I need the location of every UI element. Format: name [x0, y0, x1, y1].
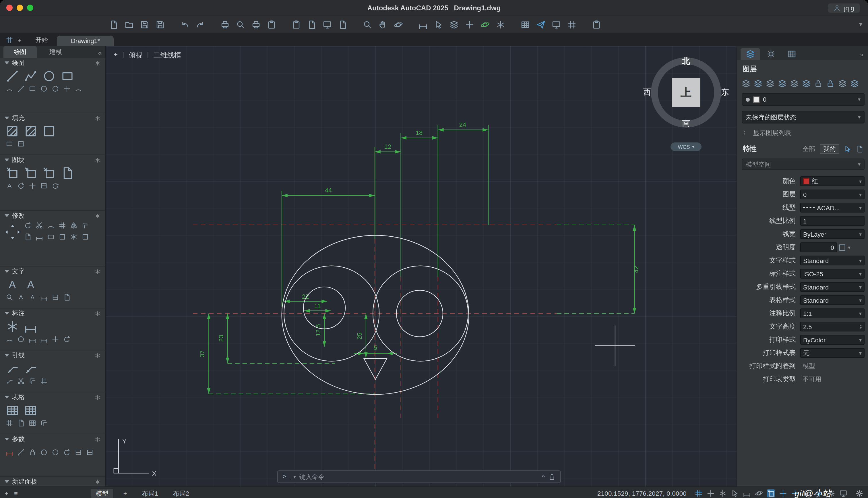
filter-mine-button[interactable]: 我的	[820, 144, 839, 154]
transparency-picker-icon[interactable]	[838, 243, 846, 251]
param-hide-icon[interactable]	[86, 449, 94, 456]
block-update-icon[interactable]	[52, 182, 59, 189]
dim-linear-icon[interactable]	[24, 320, 37, 333]
param-aligned-icon[interactable]	[17, 449, 25, 456]
stretch-icon[interactable]	[36, 233, 43, 241]
toolbar-overflow-caret-icon[interactable]: ▾	[859, 21, 862, 28]
table-link-icon[interactable]	[40, 419, 48, 427]
current-layer-row[interactable]: 0 ▾	[742, 93, 865, 106]
layer-color-swatch[interactable]	[753, 96, 759, 103]
clip-xref-icon[interactable]	[307, 20, 316, 29]
layer-isolate-icon[interactable]	[766, 79, 774, 88]
new-icon[interactable]	[109, 20, 118, 29]
plot-preview-icon[interactable]	[236, 20, 245, 29]
command-input[interactable]: 键入命令	[299, 472, 324, 481]
help-search-field[interactable]: jq g	[828, 3, 860, 12]
layer-list-icon[interactable]	[521, 20, 530, 29]
base-point-icon[interactable]	[29, 182, 36, 189]
lineweight-dropdown[interactable]: ByLayer ▾	[800, 229, 865, 239]
markup-icon[interactable]	[496, 20, 505, 29]
command-history-icon[interactable]: ^	[542, 473, 545, 480]
dim-continue-icon[interactable]	[40, 336, 48, 343]
annotation-scale-dropdown[interactable]: 1:1 ▾	[800, 309, 865, 318]
section-header[interactable]: 文字	[0, 266, 105, 276]
section-header[interactable]: 填充	[0, 113, 105, 123]
spinner-icons[interactable]: ▴▾	[860, 324, 862, 329]
insert-block-icon[interactable]	[6, 167, 19, 180]
show-layer-list-row[interactable]: 〉 显示图层列表	[743, 129, 864, 137]
hatch-icon[interactable]	[6, 124, 19, 138]
zoom-window-icon[interactable]	[363, 20, 372, 29]
zoom-window-button[interactable]	[27, 4, 33, 11]
compass-north[interactable]: 北	[682, 56, 690, 67]
table-data-icon[interactable]	[24, 404, 37, 417]
layer-match-icon[interactable]	[838, 79, 847, 88]
fillet-icon[interactable]	[47, 222, 55, 229]
point-style-icon[interactable]	[465, 20, 474, 29]
section-header[interactable]: 修改	[0, 211, 105, 221]
panel-settings-icon[interactable]	[95, 60, 100, 66]
customize-icon[interactable]	[592, 20, 601, 29]
panel-settings-icon[interactable]	[95, 352, 100, 358]
find-icon[interactable]	[6, 293, 13, 301]
offset-icon[interactable]	[82, 222, 89, 229]
minimize-window-button[interactable]	[17, 4, 23, 11]
param-rotate-icon[interactable]	[63, 449, 71, 456]
text-multi-icon[interactable]	[6, 278, 19, 291]
linetype-dropdown[interactable]: ACAD... ▾	[800, 203, 865, 212]
param-show-icon[interactable]	[74, 449, 82, 456]
dim-angular-icon[interactable]	[6, 336, 13, 343]
panel-settings-icon[interactable]	[95, 115, 100, 121]
visual-style-button[interactable]: 二维线框	[153, 51, 181, 60]
mleader-style-dropdown[interactable]: Standard ▾	[800, 282, 865, 292]
text-scale-icon[interactable]	[40, 293, 48, 301]
island-icon[interactable]	[17, 140, 25, 148]
leader-collect-icon[interactable]	[40, 377, 48, 385]
compass-west[interactable]: 西	[643, 87, 651, 97]
donut-icon[interactable]	[52, 85, 59, 92]
leader-remove-icon[interactable]	[17, 377, 25, 385]
tab-layers-palette[interactable]	[741, 48, 760, 60]
table-export-icon[interactable]	[17, 419, 25, 427]
panel-settings-icon[interactable]	[95, 268, 100, 274]
command-dropdown-caret-icon[interactable]: ▾	[293, 474, 296, 479]
boundary-icon[interactable]	[6, 140, 13, 148]
table-icon[interactable]	[6, 404, 19, 417]
redo-icon[interactable]	[196, 20, 205, 29]
section-header[interactable]: 引线	[0, 350, 105, 360]
viewport-menu-button[interactable]: +	[114, 51, 118, 60]
layer-dropdown[interactable]: 0 ▾	[800, 189, 865, 199]
dropdown-caret-icon[interactable]: ▾	[858, 96, 860, 102]
linetype-scale-input[interactable]: 1	[800, 216, 865, 226]
tab-sheets-palette[interactable]	[782, 48, 801, 60]
layer-freeze-icon[interactable]	[790, 79, 799, 88]
save-icon[interactable]	[140, 20, 149, 29]
grid-icon[interactable]	[695, 489, 703, 497]
drawing[interactable]: 12 18 24 44 42 37 23 22 11 12.5 25 5	[106, 46, 736, 486]
spell-check-icon[interactable]	[17, 293, 25, 301]
coordinates-readout[interactable]: 2100.1529, 1776.2027, 0.0000	[597, 490, 687, 497]
text-style-dropdown[interactable]: Standard ▾	[800, 255, 865, 265]
arc-icon[interactable]	[6, 85, 13, 92]
new-drawing-tab-button[interactable]: +	[18, 37, 22, 43]
leader-multi-icon[interactable]	[24, 362, 37, 375]
table-style-icon[interactable]	[29, 419, 36, 427]
param-radial-icon[interactable]	[40, 449, 48, 456]
leader-align-icon[interactable]	[29, 377, 36, 385]
circle-icon[interactable]	[42, 69, 56, 83]
ellipse-icon[interactable]	[40, 85, 48, 92]
panel-settings-icon[interactable]	[95, 479, 100, 485]
dim-baseline-icon[interactable]	[29, 336, 36, 343]
layer-off-icon[interactable]	[802, 79, 811, 88]
close-window-button[interactable]	[6, 4, 13, 11]
justify-icon[interactable]	[52, 293, 59, 301]
copy-icon[interactable]	[24, 233, 31, 241]
text-single-icon[interactable]	[24, 278, 37, 291]
pdf-import-icon[interactable]	[63, 293, 71, 301]
tab-drawing1[interactable]: Drawing1*	[57, 36, 114, 46]
share-view-icon[interactable]	[536, 20, 545, 29]
layer-properties-icon[interactable]	[742, 79, 750, 88]
panel-menu-icon[interactable]: ≡	[14, 490, 18, 497]
attach-icon[interactable]	[291, 20, 301, 29]
panel-settings-icon[interactable]	[95, 157, 100, 163]
